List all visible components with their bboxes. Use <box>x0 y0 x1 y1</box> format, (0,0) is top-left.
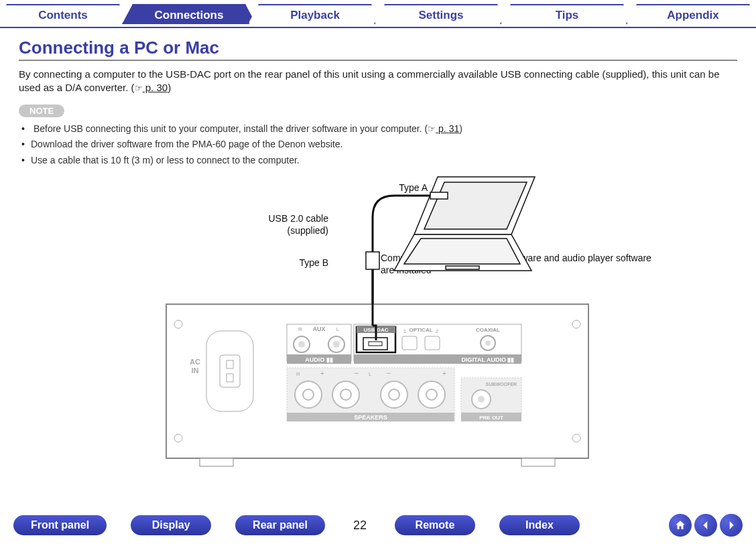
svg-rect-13 <box>521 458 555 466</box>
svg-point-11 <box>572 434 580 442</box>
svg-text:OPTICAL: OPTICAL <box>409 327 432 333</box>
page-title: Connecting a PC or Mac <box>19 38 737 58</box>
svg-rect-42 <box>425 336 440 350</box>
top-nav-tabs: Contents Connections Playback Settings T… <box>0 0 756 28</box>
svg-text:R: R <box>298 326 302 332</box>
svg-text:IN: IN <box>192 366 199 375</box>
connection-diagram: Type A USB 2.0 cable (supplied) Type B C… <box>19 170 737 485</box>
svg-point-10 <box>572 320 580 328</box>
svg-text:COAXIAL: COAXIAL <box>476 327 500 333</box>
svg-point-56 <box>389 389 399 400</box>
intro-post: ) <box>168 82 171 93</box>
note-item-1: Before USB connecting this unit to your … <box>23 121 737 137</box>
svg-rect-12 <box>200 458 233 466</box>
svg-text:L: L <box>336 326 340 332</box>
svg-text:+: + <box>442 370 446 377</box>
svg-rect-5 <box>430 192 448 199</box>
svg-rect-37 <box>369 342 382 346</box>
note-item-3: Use a cable that is 10 ft (3 m) or less … <box>23 153 737 169</box>
note-list: Before USB connecting this unit to your … <box>19 121 737 169</box>
svg-text:AUX: AUX <box>312 326 325 332</box>
tab-settings[interactable]: Settings <box>374 4 508 24</box>
btn-display[interactable]: Display <box>131 515 211 535</box>
laptop-icon <box>394 177 535 271</box>
bottom-nav: Front panel Display Rear panel 22 Remote… <box>0 512 756 539</box>
note1-pre: Before USB connecting this unit to your … <box>34 123 428 134</box>
svg-rect-6 <box>366 252 379 269</box>
svg-text:−: − <box>386 368 391 378</box>
page-body: Connecting a PC or Mac By connecting a c… <box>0 28 756 485</box>
svg-rect-41 <box>402 336 417 350</box>
svg-rect-16 <box>227 360 233 368</box>
rear-panel: AC IN AUDIO ▮▮ AUX R L <box>166 304 588 466</box>
svg-text:2: 2 <box>436 328 439 334</box>
svg-text:SUBWOOFER: SUBWOOFER <box>486 382 517 387</box>
svg-text:1: 1 <box>403 328 407 334</box>
intro-pre: By connecting a computer to the USB-DAC … <box>19 68 720 93</box>
svg-point-45 <box>485 340 491 346</box>
svg-text:DIGITAL AUDIO ▮▮: DIGITAL AUDIO ▮▮ <box>462 356 515 363</box>
note-pill: NOTE <box>19 105 64 117</box>
svg-rect-4 <box>446 266 479 269</box>
btn-rear-panel[interactable]: Rear panel <box>235 515 325 535</box>
hand-icon: ☞ <box>135 83 143 93</box>
svg-text:PRE OUT: PRE OUT <box>479 415 503 421</box>
svg-point-9 <box>174 434 182 442</box>
home-icon[interactable] <box>669 514 692 537</box>
svg-point-54 <box>340 389 351 400</box>
intro-link[interactable]: p. 30 <box>143 82 168 93</box>
hand-icon: ☞ <box>428 124 436 134</box>
svg-text:R: R <box>296 371 300 377</box>
note1-link[interactable]: p. 31 <box>436 123 459 134</box>
svg-rect-17 <box>227 374 233 382</box>
svg-text:SPEAKERS: SPEAKERS <box>354 414 387 421</box>
tab-contents[interactable]: Contents <box>0 4 130 24</box>
svg-text:L: L <box>369 371 372 377</box>
note1-post: ) <box>459 123 462 134</box>
btn-remote[interactable]: Remote <box>395 515 475 535</box>
tab-playback[interactable]: Playback <box>248 4 382 24</box>
svg-point-52 <box>303 389 314 400</box>
next-page-icon[interactable] <box>720 514 743 537</box>
intro-text: By connecting a computer to the USB-DAC … <box>19 68 737 95</box>
title-rule <box>19 60 737 61</box>
svg-point-58 <box>426 389 437 400</box>
tab-tips[interactable]: Tips <box>500 4 634 24</box>
prev-page-icon[interactable] <box>694 514 717 537</box>
svg-point-8 <box>174 320 182 328</box>
svg-point-29 <box>333 341 340 348</box>
svg-marker-3 <box>404 239 520 264</box>
tab-appendix[interactable]: Appendix <box>626 4 756 24</box>
svg-text:AC: AC <box>190 358 200 366</box>
note-item-2: Download the driver software from the PM… <box>23 137 737 153</box>
svg-point-68 <box>478 396 485 403</box>
nav-icon-group <box>669 514 743 537</box>
svg-text:−: − <box>354 368 359 378</box>
btn-front-panel[interactable]: Front panel <box>13 515 107 535</box>
svg-rect-15 <box>220 355 240 387</box>
diagram-svg: AC IN AUDIO ▮▮ AUX R L <box>19 170 736 485</box>
svg-text:AUDIO ▮▮: AUDIO ▮▮ <box>305 356 333 363</box>
btn-index[interactable]: Index <box>499 515 580 535</box>
tab-connections[interactable]: Connections <box>122 4 256 24</box>
svg-text:+: + <box>320 370 324 377</box>
page-number: 22 <box>349 519 371 533</box>
svg-point-27 <box>298 341 305 348</box>
